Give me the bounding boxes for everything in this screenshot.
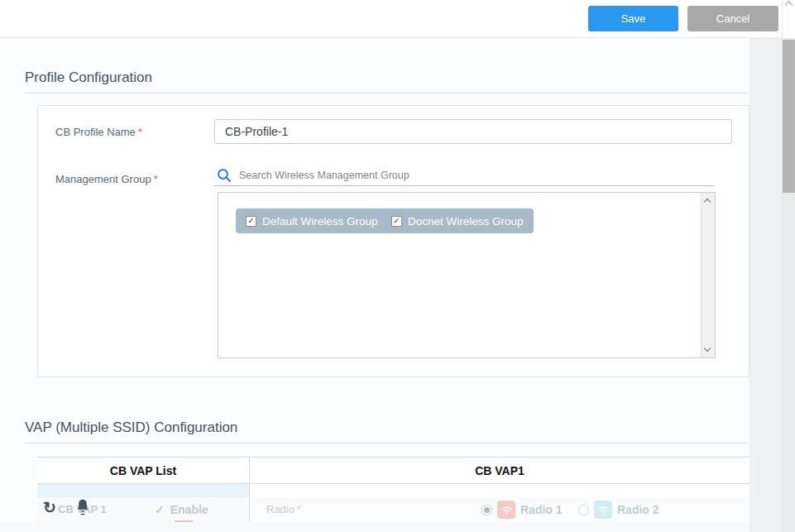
scrollbar-up-icon[interactable] [785,1,793,9]
required-asterisk: * [154,173,158,185]
cancel-button[interactable]: Cancel [687,6,778,31]
radio-selected-icon[interactable] [481,505,492,515]
management-group-listbox[interactable]: Default Wireless Group Docnet Wireless G… [218,192,716,358]
wifi-icon [497,501,515,519]
vap-list-cell: CB VAP 1 Enable ↻ [37,484,250,521]
profile-configuration-page: Save Cancel Profile Configuration CB Pro… [0,0,795,532]
vap-table-header: CB VAP List CB VAP1 [37,458,750,484]
vap-detail-cell: Radio* Radio 1 [250,484,750,521]
right-gutter [750,38,782,532]
required-asterisk: * [297,503,301,515]
bottom-strip [0,522,750,532]
checkbox-checked-icon[interactable] [246,216,256,227]
radio-unselected-icon[interactable] [578,505,589,515]
profile-configuration-card: CB Profile Name* Management Group* Defau… [37,105,750,377]
cb-profile-name-label-text: CB Profile Name [55,126,136,138]
check-icon [155,503,170,516]
radio-field-label: Radio* [266,497,301,522]
radio2-label: Radio 2 [617,503,659,516]
column-header-vap-list: CB VAP List [37,458,250,483]
bell-icon[interactable] [74,498,91,516]
management-group-search [214,165,714,186]
save-button[interactable]: Save [588,6,678,31]
topbar: Save Cancel [0,0,782,38]
vap-table: CB VAP List CB VAP1 CB VAP 1 Enable ↻ [37,457,750,522]
selected-row-highlight [37,484,249,497]
column-header-vap1: CB VAP1 [250,458,750,483]
scrollbar-down-icon[interactable] [704,345,711,352]
management-group-label: Management Group* [55,173,158,185]
scrollbar-thumb[interactable] [783,40,795,193]
vap-section-title: VAP (Multiple SSID) Configuration [25,419,237,436]
profile-section-title: Profile Configuration [25,69,152,86]
refresh-icon[interactable]: ↻ [43,500,56,515]
group-tag-label: Default Wireless Group [262,215,378,228]
vap-table-body: CB VAP 1 Enable ↻ Radio* [37,484,750,522]
wifi-icon [594,501,612,519]
search-icon [217,168,232,183]
section-divider [25,93,749,93]
listbox-scrollbar[interactable] [701,193,715,357]
page-scrollbar[interactable] [782,0,795,532]
radio-option-radio1[interactable]: Radio 1 [481,497,563,522]
cb-profile-name-label: CB Profile Name* [55,126,142,138]
required-asterisk: * [138,126,142,138]
group-tag-docnet-wireless[interactable]: Docnet Wireless Group [381,208,534,233]
radio1-label: Radio 1 [520,503,563,516]
group-tag-label: Docnet Wireless Group [408,215,524,228]
radio-label-text: Radio [266,503,295,515]
checkbox-checked-icon[interactable] [391,216,402,227]
radio-option-radio2[interactable]: Radio 2 [578,497,659,522]
scrollbar-up-icon[interactable] [704,199,711,205]
search-input[interactable] [239,166,702,185]
vap-status: Enable [155,497,208,522]
section-divider [25,443,749,443]
vap-status-label: Enable [170,503,208,516]
management-group-label-text: Management Group [55,173,151,185]
cb-profile-name-input[interactable] [214,119,732,144]
group-tag-default-wireless[interactable]: Default Wireless Group [236,208,388,233]
